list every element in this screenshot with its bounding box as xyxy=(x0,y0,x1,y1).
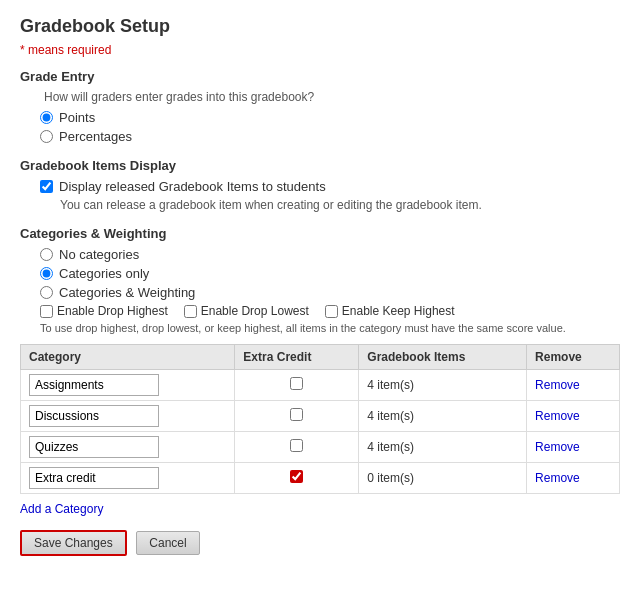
drop-lowest-checkbox[interactable] xyxy=(184,305,197,318)
extra-credit-cell-1 xyxy=(235,370,359,401)
page-title: Gradebook Setup xyxy=(20,16,620,37)
radio-percentages-label: Percentages xyxy=(59,129,132,144)
category-input-extra-credit[interactable] xyxy=(29,467,159,489)
remove-link-2[interactable]: Remove xyxy=(535,409,580,423)
display-checkbox[interactable] xyxy=(40,180,53,193)
save-button[interactable]: Save Changes xyxy=(20,530,127,556)
table-row: 0 item(s) Remove xyxy=(21,463,620,494)
items-cell-1: 4 item(s) xyxy=(359,370,527,401)
remove-cell-4: Remove xyxy=(527,463,620,494)
radio-no-categories-input[interactable] xyxy=(40,248,53,261)
drop-lowest-label[interactable]: Enable Drop Lowest xyxy=(184,304,309,318)
col-category: Category xyxy=(21,345,235,370)
radio-categories-weighting-label: Categories & Weighting xyxy=(59,285,195,300)
extra-credit-checkbox-1[interactable] xyxy=(290,377,303,390)
category-input-quizzes[interactable] xyxy=(29,436,159,458)
cancel-button[interactable]: Cancel xyxy=(136,531,199,555)
remove-link-4[interactable]: Remove xyxy=(535,471,580,485)
items-cell-4: 0 item(s) xyxy=(359,463,527,494)
category-cell xyxy=(21,401,235,432)
extra-credit-checkbox-4[interactable] xyxy=(290,470,303,483)
remove-cell-1: Remove xyxy=(527,370,620,401)
drop-lowest-text: Enable Drop Lowest xyxy=(201,304,309,318)
drop-note: To use drop highest, drop lowest, or kee… xyxy=(20,322,620,334)
col-remove: Remove xyxy=(527,345,620,370)
radio-categories-weighting[interactable]: Categories & Weighting xyxy=(40,285,620,300)
radio-categories-only-label: Categories only xyxy=(59,266,149,281)
gradebook-display-title: Gradebook Items Display xyxy=(20,158,620,173)
display-checkbox-text: Display released Gradebook Items to stud… xyxy=(59,179,326,194)
extra-credit-cell-4 xyxy=(235,463,359,494)
items-cell-3: 4 item(s) xyxy=(359,432,527,463)
drop-highest-label[interactable]: Enable Drop Highest xyxy=(40,304,168,318)
grade-entry-question: How will graders enter grades into this … xyxy=(40,90,620,104)
button-row: Save Changes Cancel xyxy=(20,530,620,556)
table-row: 4 item(s) Remove xyxy=(21,401,620,432)
extra-credit-cell-3 xyxy=(235,432,359,463)
category-cell xyxy=(21,463,235,494)
extra-credit-checkbox-3[interactable] xyxy=(290,439,303,452)
remove-link-1[interactable]: Remove xyxy=(535,378,580,392)
category-input-discussions[interactable] xyxy=(29,405,159,427)
category-cell xyxy=(21,370,235,401)
display-sub-text: You can release a gradebook item when cr… xyxy=(40,198,620,212)
extra-credit-cell-2 xyxy=(235,401,359,432)
remove-cell-2: Remove xyxy=(527,401,620,432)
required-note: * means required xyxy=(20,43,620,57)
extra-credit-checkbox-2[interactable] xyxy=(290,408,303,421)
keep-highest-text: Enable Keep Highest xyxy=(342,304,455,318)
drop-highest-checkbox[interactable] xyxy=(40,305,53,318)
radio-categories-only[interactable]: Categories only xyxy=(40,266,620,281)
category-input-assignments[interactable] xyxy=(29,374,159,396)
radio-points-input[interactable] xyxy=(40,111,53,124)
remove-link-3[interactable]: Remove xyxy=(535,440,580,454)
categories-title: Categories & Weighting xyxy=(20,226,620,241)
radio-percentages[interactable]: Percentages xyxy=(40,129,620,144)
category-cell xyxy=(21,432,235,463)
radio-no-categories-label: No categories xyxy=(59,247,139,262)
radio-categories-weighting-input[interactable] xyxy=(40,286,53,299)
radio-points-label: Points xyxy=(59,110,95,125)
drop-highest-text: Enable Drop Highest xyxy=(57,304,168,318)
table-row: 4 item(s) Remove xyxy=(21,432,620,463)
radio-no-categories[interactable]: No categories xyxy=(40,247,620,262)
radio-points[interactable]: Points xyxy=(40,110,620,125)
items-cell-2: 4 item(s) xyxy=(359,401,527,432)
keep-highest-label[interactable]: Enable Keep Highest xyxy=(325,304,455,318)
drop-options-row: Enable Drop Highest Enable Drop Lowest E… xyxy=(20,304,620,318)
col-gradebook-items: Gradebook Items xyxy=(359,345,527,370)
category-table: Category Extra Credit Gradebook Items Re… xyxy=(20,344,620,494)
radio-percentages-input[interactable] xyxy=(40,130,53,143)
keep-highest-checkbox[interactable] xyxy=(325,305,338,318)
add-category-link[interactable]: Add a Category xyxy=(20,502,620,516)
grade-entry-title: Grade Entry xyxy=(20,69,620,84)
radio-categories-only-input[interactable] xyxy=(40,267,53,280)
table-row: 4 item(s) Remove xyxy=(21,370,620,401)
display-checkbox-label[interactable]: Display released Gradebook Items to stud… xyxy=(40,179,620,194)
col-extra-credit: Extra Credit xyxy=(235,345,359,370)
remove-cell-3: Remove xyxy=(527,432,620,463)
